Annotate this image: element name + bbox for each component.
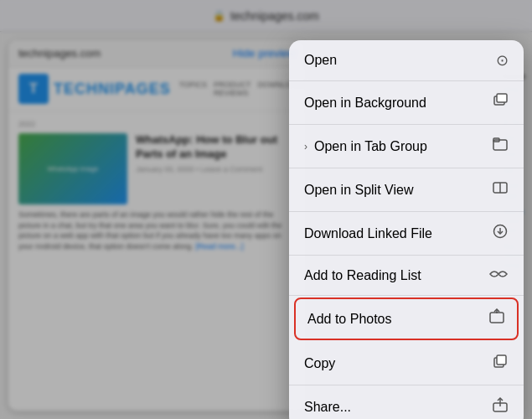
split-view-icon — [492, 179, 509, 200]
menu-photos-label: Add to Photos — [307, 312, 392, 327]
menu-open-label: Open — [304, 53, 337, 68]
share-icon — [492, 396, 509, 417]
menu-open-bg-label: Open in Background — [304, 96, 426, 111]
menu-split-label: Open in Split View — [304, 183, 413, 198]
svg-rect-1 — [497, 94, 507, 102]
tab-group-left: › Open in Tab Group — [304, 139, 427, 154]
svg-rect-11 — [497, 355, 506, 365]
menu-share-label: Share... — [304, 400, 351, 415]
menu-tab-group-label: Open in Tab Group — [314, 139, 427, 154]
menu-copy-label: Copy — [304, 356, 335, 371]
context-menu: Open ⊙ Open in Background › Open in Tab … — [289, 40, 524, 419]
menu-item-reading-list[interactable]: Add to Reading List — [289, 256, 524, 296]
tab-group-icon — [492, 136, 509, 157]
photos-icon — [488, 308, 505, 329]
menu-item-open-background[interactable]: Open in Background — [289, 81, 524, 125]
open-icon: ⊙ — [496, 51, 509, 70]
menu-item-download[interactable]: Download Linked File — [289, 212, 524, 256]
menu-download-label: Download Linked File — [304, 226, 432, 241]
submenu-arrow-icon: › — [304, 141, 307, 153]
menu-item-share[interactable]: Share... — [289, 385, 524, 419]
reading-list-icon — [488, 266, 509, 284]
menu-reading-label: Add to Reading List — [304, 268, 421, 283]
menu-item-open[interactable]: Open ⊙ — [289, 40, 524, 81]
menu-item-photos[interactable]: Add to Photos — [294, 297, 519, 340]
svg-rect-8 — [490, 313, 504, 323]
menu-item-copy[interactable]: Copy — [289, 342, 524, 385]
menu-item-open-split[interactable]: Open in Split View — [289, 168, 524, 212]
open-bg-icon — [492, 92, 509, 113]
copy-icon — [492, 353, 509, 374]
download-icon — [492, 223, 509, 244]
menu-item-open-tab-group[interactable]: › Open in Tab Group — [289, 125, 524, 168]
